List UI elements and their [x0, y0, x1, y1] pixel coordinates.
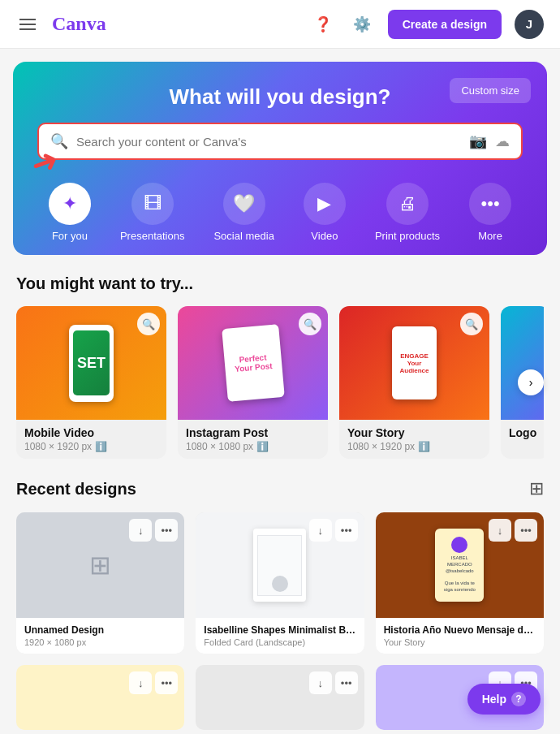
mobile-video-search-icon[interactable]: 🔍 — [137, 313, 160, 335]
your-story-name: Your Story — [347, 426, 481, 439]
info-icon: ℹ️ — [95, 441, 107, 452]
avatar[interactable]: J — [515, 10, 544, 39]
category-for-you[interactable]: ✦ For you — [34, 176, 106, 255]
mobile-video-thumb: SET 🔍 — [16, 306, 166, 420]
isabelline-more-btn[interactable]: ••• — [335, 519, 358, 542]
historia-download-btn[interactable]: ↓ — [489, 519, 511, 542]
menu-icon[interactable] — [16, 15, 39, 33]
bottom-card-2-actions: ↓ ••• — [309, 671, 358, 694]
folded-avatar — [272, 576, 288, 592]
category-social-media[interactable]: 🤍 Social media — [199, 176, 288, 255]
historia-card-mockup: ISABEL MERCADO@isabelcadoQue la vida tes… — [435, 529, 484, 602]
category-presentations[interactable]: 🎞 Presentations — [106, 176, 200, 255]
header-left: Canva — [16, 13, 106, 35]
isabelline-thumb: ↓ ••• — [196, 512, 364, 618]
for-you-label: For you — [52, 230, 88, 242]
historia-actions: ↓ ••• — [489, 519, 537, 542]
unnamed-design-sub: 1920 × 1080 px — [24, 637, 176, 647]
historia-avatar — [451, 537, 467, 553]
try-card-mobile-video[interactable]: SET 🔍 Mobile Video 1080 × 1920 px ℹ️ — [16, 306, 166, 459]
historia-info: Historia Año Nuevo Mensaje de... Your St… — [376, 618, 544, 654]
your-story-thumb: ENGAGEYourAudience 🔍 — [339, 306, 489, 420]
more-icon: ••• — [469, 183, 511, 225]
isabelline-actions: ↓ ••• — [309, 519, 358, 542]
mobile-video-size: 1080 × 1920 px ℹ️ — [24, 441, 158, 452]
category-more[interactable]: ••• More — [454, 176, 526, 255]
bottom-card-2-more[interactable]: ••• — [335, 671, 358, 694]
instagram-search-icon[interactable]: 🔍 — [299, 313, 321, 335]
your-story-info: Your Story 1080 × 1920 px ℹ️ — [339, 420, 489, 459]
historia-thumb: ISABEL MERCADO@isabelcadoQue la vida tes… — [376, 512, 544, 618]
mobile-video-info: Mobile Video 1080 × 1920 px ℹ️ — [16, 420, 166, 459]
design-card-unnamed[interactable]: ⊞ ↓ ••• Unnamed Design 1920 × 1080 px — [16, 512, 184, 654]
bottom-card-2[interactable]: ↓ ••• — [196, 665, 364, 730]
unnamed-download-btn[interactable]: ↓ — [129, 519, 152, 542]
bottom-card-1[interactable]: ↓ ••• — [16, 665, 184, 730]
story-content: ENGAGEYourAudience — [396, 349, 432, 378]
help-button[interactable]: Help ? — [467, 684, 541, 715]
settings-icon[interactable]: ⚙️ — [349, 11, 375, 37]
presentations-label: Presentations — [120, 230, 185, 242]
bottom-card-1-download[interactable]: ↓ — [129, 671, 152, 694]
instagram-name: Instagram Post — [186, 426, 320, 439]
story-mockup: ENGAGEYourAudience — [392, 326, 437, 399]
design-card-historia[interactable]: ISABEL MERCADO@isabelcadoQue la vida tes… — [376, 512, 544, 654]
try-section-title: You might want to try... — [16, 274, 544, 293]
isabelline-info: Isabelline Shapes Minimalist Br... Folde… — [196, 618, 364, 654]
isabelline-design-name: Isabelline Shapes Minimalist Br... — [204, 624, 355, 636]
category-video[interactable]: ▶ Video — [289, 176, 360, 255]
search-input[interactable] — [76, 135, 461, 149]
unnamed-grid-icon: ⊞ — [89, 550, 111, 581]
designs-grid: ⊞ ↓ ••• Unnamed Design 1920 × 1080 px — [16, 512, 544, 654]
bottom-cards-row: ↓ ••• ↓ ••• ↓ ••• — [16, 665, 544, 730]
header-right: ❓ ⚙️ Create a design J — [310, 10, 544, 39]
help-question-icon: ? — [511, 692, 526, 706]
unnamed-design-name: Unnamed Design — [24, 624, 176, 636]
isabelline-download-btn[interactable]: ↓ — [309, 519, 332, 542]
unnamed-actions: ↓ ••• — [129, 519, 178, 542]
grid-view-button[interactable]: ⊞ — [529, 478, 544, 499]
for-you-icon: ✦ — [49, 183, 91, 225]
search-bar: 🔍 📷 ☁ — [37, 123, 523, 160]
category-print-products[interactable]: 🖨 Print products — [360, 176, 454, 255]
instagram-thumb: PerfectYour Post 🔍 — [178, 306, 328, 420]
header: Canva ❓ ⚙️ Create a design J — [0, 0, 560, 49]
help-label: Help — [482, 693, 506, 706]
custom-size-button[interactable]: Custom size — [450, 78, 531, 103]
recent-header: Recent designs ⊞ — [16, 478, 544, 499]
mobile-video-name: Mobile Video — [24, 426, 158, 439]
next-button[interactable]: › — [518, 369, 544, 395]
unnamed-info: Unnamed Design 1920 × 1080 px — [16, 618, 184, 654]
help-icon[interactable]: ❓ — [310, 11, 336, 37]
recent-title: Recent designs — [16, 480, 136, 499]
try-card-your-story[interactable]: ENGAGEYourAudience 🔍 Your Story 1080 × 1… — [339, 306, 489, 459]
camera-icon[interactable]: 📷 — [469, 132, 487, 150]
more-label: More — [478, 230, 502, 242]
social-media-label: Social media — [213, 230, 274, 242]
your-story-size: 1080 × 1920 px ℹ️ — [347, 441, 481, 452]
logo: Canva — [52, 13, 106, 35]
insta-mockup: PerfectYour Post — [222, 324, 285, 402]
phone-mockup: SET — [69, 325, 114, 402]
video-icon: ▶ — [304, 183, 346, 225]
try-card-instagram-post[interactable]: PerfectYour Post 🔍 Instagram Post 1080 ×… — [178, 306, 328, 459]
bottom-card-1-more[interactable]: ••• — [155, 671, 178, 694]
design-card-isabelline[interactable]: ↓ ••• Isabelline Shapes Minimalist Br...… — [196, 512, 364, 654]
info-icon-2: ℹ️ — [256, 441, 269, 452]
historia-more-btn[interactable]: ••• — [515, 519, 537, 542]
phone-screen: SET — [73, 330, 110, 395]
story-search-icon[interactable]: 🔍 — [460, 313, 483, 335]
upload-icon[interactable]: ☁ — [495, 132, 510, 150]
hero-banner: Custom size What will you design? ➜ 🔍 📷 … — [13, 62, 547, 255]
instagram-size: 1080 × 1080 px ℹ️ — [186, 441, 320, 452]
bottom-card-1-actions: ↓ ••• — [129, 671, 178, 694]
instagram-info: Instagram Post 1080 × 1080 px ℹ️ — [178, 420, 328, 459]
logo-info: Logo — [501, 420, 544, 446]
presentations-icon: 🎞 — [131, 183, 174, 225]
create-design-button[interactable]: Create a design — [388, 10, 502, 39]
bottom-card-2-download[interactable]: ↓ — [309, 671, 332, 694]
unnamed-more-btn[interactable]: ••• — [155, 519, 178, 542]
search-actions: 📷 ☁ — [469, 132, 510, 150]
isabelline-design-sub: Folded Card (Landscape) — [204, 637, 355, 647]
try-section: You might want to try... SET 🔍 Mobile Vi… — [0, 255, 560, 459]
